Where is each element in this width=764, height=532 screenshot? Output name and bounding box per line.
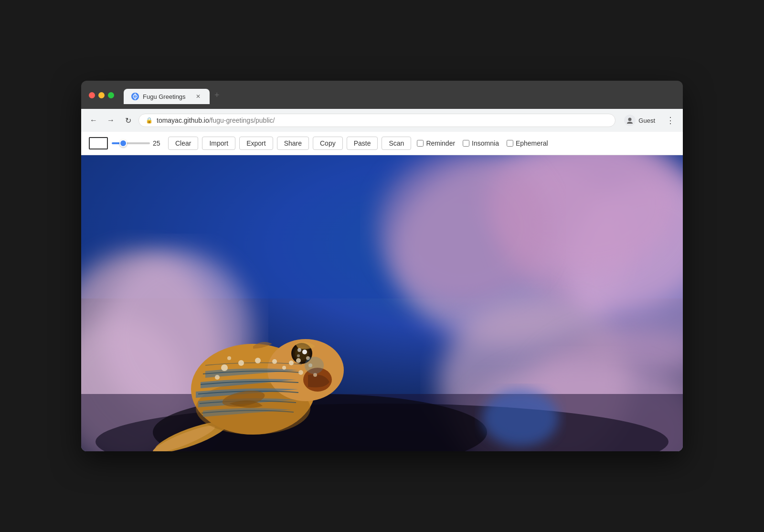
active-tab[interactable]: Fugu Greetings ✕ — [124, 89, 210, 104]
svg-point-40 — [227, 356, 231, 360]
svg-point-38 — [282, 366, 286, 370]
maximize-window-button[interactable] — [108, 92, 114, 98]
svg-point-20 — [482, 389, 559, 447]
insomnia-label: Insomnia — [472, 139, 499, 147]
scan-button[interactable]: Scan — [382, 137, 411, 150]
color-swatch[interactable] — [89, 137, 108, 149]
url-path: /fugu-greetings/public/ — [209, 117, 275, 124]
svg-point-36 — [289, 361, 294, 365]
app-content: 25 Clear Import Export Share Copy Paste … — [81, 132, 683, 451]
back-button[interactable]: ← — [87, 114, 100, 127]
browser-window: Fugu Greetings ✕ + ← → ↻ 🔒 tomayac.githu… — [81, 81, 683, 451]
close-window-button[interactable] — [89, 92, 95, 98]
insomnia-checkbox[interactable] — [463, 140, 469, 147]
title-bar: Fugu Greetings ✕ + — [81, 81, 683, 109]
tab-favicon — [131, 93, 139, 100]
url-domain: tomayac.github.io — [157, 117, 209, 124]
svg-point-31 — [297, 354, 300, 357]
checkbox-group: Reminder Insomnia Ephemeral — [417, 139, 548, 147]
navigation-bar: ← → ↻ 🔒 tomayac.github.io/fugu-greetings… — [81, 109, 683, 132]
paste-button[interactable]: Paste — [347, 137, 378, 150]
svg-point-34 — [255, 358, 261, 363]
svg-point-32 — [221, 364, 228, 371]
svg-point-3 — [628, 118, 632, 121]
ephemeral-checkbox[interactable] — [507, 140, 513, 147]
clear-button[interactable]: Clear — [168, 137, 198, 150]
traffic-lights — [89, 92, 114, 98]
tab-close-icon[interactable]: ✕ — [194, 93, 202, 100]
reminder-label: Reminder — [426, 139, 455, 147]
svg-point-33 — [238, 360, 244, 366]
svg-point-41 — [298, 370, 303, 375]
slider-value-display: 25 — [153, 139, 164, 147]
svg-point-46 — [305, 357, 324, 374]
brush-size-slider[interactable] — [112, 142, 150, 144]
svg-point-13 — [377, 155, 549, 303]
svg-point-37 — [215, 375, 220, 380]
forward-button[interactable]: → — [104, 114, 117, 127]
share-button[interactable]: Share — [277, 137, 309, 150]
svg-point-35 — [272, 359, 277, 364]
profile-button[interactable]: Guest — [619, 113, 660, 128]
brush-size-slider-container: 25 — [112, 139, 164, 147]
reminder-checkbox-label[interactable]: Reminder — [417, 139, 455, 147]
drawing-canvas[interactable] — [81, 155, 683, 451]
reminder-checkbox[interactable] — [417, 140, 424, 147]
app-toolbar: 25 Clear Import Export Share Copy Paste … — [81, 132, 683, 155]
address-bar[interactable]: 🔒 tomayac.github.io/fugu-greetings/publi… — [138, 114, 615, 127]
ephemeral-label: Ephemeral — [516, 139, 548, 147]
ephemeral-checkbox-label[interactable]: Ephemeral — [507, 139, 548, 147]
svg-point-39 — [296, 358, 301, 363]
lock-icon: 🔒 — [146, 117, 153, 124]
svg-point-47 — [297, 348, 301, 352]
insomnia-checkbox-label[interactable]: Insomnia — [463, 139, 499, 147]
browser-menu-button[interactable]: ⋮ — [664, 114, 677, 127]
fish-scene — [81, 155, 683, 451]
tab-title: Fugu Greetings — [143, 93, 191, 100]
profile-icon — [624, 115, 636, 126]
export-button[interactable]: Export — [239, 137, 273, 150]
profile-label: Guest — [638, 117, 655, 124]
minimize-window-button[interactable] — [98, 92, 105, 98]
import-button[interactable]: Import — [202, 137, 235, 150]
svg-point-30 — [302, 350, 307, 354]
url-text: tomayac.github.io/fugu-greetings/public/ — [157, 117, 608, 124]
tab-bar: Fugu Greetings ✕ + — [124, 86, 224, 104]
reload-button[interactable]: ↻ — [121, 114, 135, 127]
new-tab-button[interactable]: + — [210, 86, 224, 104]
copy-button[interactable]: Copy — [313, 137, 343, 150]
